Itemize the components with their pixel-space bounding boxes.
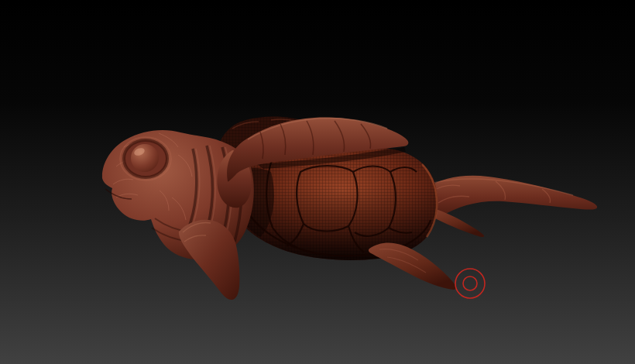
sculpt-viewport[interactable] xyxy=(0,0,635,364)
turtle-eye[interactable] xyxy=(120,137,171,180)
viewport-canvas[interactable] xyxy=(0,0,635,364)
